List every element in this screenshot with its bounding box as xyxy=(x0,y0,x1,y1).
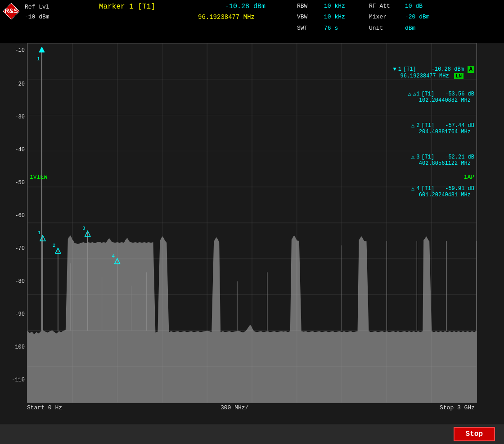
y-label-110: -110 xyxy=(12,377,25,383)
marker-delta1-tag: [T1] xyxy=(421,91,434,97)
marker-delta2-display: △ 2 [T1] -57.44 dB 204.40881764 MHz xyxy=(411,122,474,135)
x-start-label: Start 0 Hz xyxy=(27,404,62,411)
marker-delta3-value: -52.21 dB xyxy=(445,154,474,160)
marker-delta2-freq: 204.40881764 MHz xyxy=(419,129,471,135)
swt-label: SWT xyxy=(297,25,307,32)
y-label-100: -100 xyxy=(12,344,25,350)
ap-label: 1AP xyxy=(464,174,474,181)
vbw-label: VBW xyxy=(297,14,307,20)
y-label-30: -30 xyxy=(15,114,25,120)
unit-value: dBm xyxy=(405,25,415,32)
a-badge: A xyxy=(468,66,474,73)
status-bar: Stop xyxy=(0,424,504,444)
y-label-60: -60 xyxy=(15,213,25,219)
marker-main-triangle: ▼ xyxy=(393,66,396,72)
marker-main-freq: 96.19238477 MHz xyxy=(400,73,449,79)
svg-text:4: 4 xyxy=(112,254,115,259)
ln-badge: LN xyxy=(454,73,464,79)
mixer-label: Mixer xyxy=(369,14,387,20)
marker-delta4-freq: 601.20240481 MHz xyxy=(419,192,471,198)
marker-delta4-display: △ 4 [T1] -59.91 dB 601.20240481 MHz xyxy=(411,185,474,198)
x-center-label: 300 MHz/ xyxy=(220,404,248,411)
marker-main-display: ▼ 1 [T1] -10.28 dBm A 96.19238477 MHz LN xyxy=(393,66,474,79)
rf-att-value: 10 dB xyxy=(405,3,423,9)
marker-delta2-value: -57.44 dB xyxy=(445,122,474,129)
marker-delta1-value: -53.56 dB xyxy=(445,91,474,97)
rf-att-label: RF Att xyxy=(369,3,390,9)
rbw-label: RBW xyxy=(297,3,307,9)
svg-text:1: 1 xyxy=(37,56,40,62)
marker-delta4-tag: [T1] xyxy=(421,186,434,192)
delta3-triangle: △ xyxy=(411,154,414,160)
header: R&S Ref Lvl -10 dBm Marker 1 [T1] -10.28… xyxy=(0,0,504,43)
main-container: R&S Ref Lvl -10 dBm Marker 1 [T1] -10.28… xyxy=(0,0,504,444)
delta1-triangle: △ xyxy=(408,91,411,97)
stop-button[interactable]: Stop xyxy=(454,427,495,441)
svg-text:2: 2 xyxy=(53,243,56,248)
y-label-40: -40 xyxy=(15,147,25,153)
x-axis: Start 0 Hz 300 MHz/ Stop 3 GHz xyxy=(27,404,477,418)
delta4-triangle: △ xyxy=(411,185,414,192)
marker-main-id: 1 xyxy=(398,66,401,72)
marker-delta1-id: △1 xyxy=(413,91,419,97)
marker-value: -10.28 dBm xyxy=(225,3,266,10)
mixer-value: -20 dBm xyxy=(405,14,430,20)
chart-area: 1 1 2 3 4 ▼ 1 [T1] -10.28 dBm xyxy=(27,43,477,403)
unit-label: Unit xyxy=(369,25,383,32)
svg-text:3: 3 xyxy=(82,226,86,231)
y-label-10: -10 xyxy=(15,47,25,54)
rbw-value: 10 kHz xyxy=(324,3,345,9)
logo: R&S xyxy=(2,2,20,20)
view-label: 1VIEW xyxy=(30,174,47,181)
marker-delta3-freq: 402.80561122 MHz xyxy=(419,160,471,167)
marker-main-tag: [T1] xyxy=(403,66,416,72)
y-label-70: -70 xyxy=(15,245,25,252)
marker-delta2-tag: [T1] xyxy=(421,122,434,129)
delta2-triangle: △ xyxy=(411,122,414,129)
swt-value: 76 s xyxy=(324,25,338,32)
marker-title: Marker 1 [T1] xyxy=(99,3,155,11)
marker-delta4-value: -59.91 dB xyxy=(445,186,474,192)
marker-freq: 96.19238477 MHz xyxy=(198,14,255,21)
y-axis: -10 -20 -30 -40 -50 -60 -70 -80 -90 -100… xyxy=(0,43,27,403)
marker-delta3-tag: [T1] xyxy=(421,154,434,160)
x-stop-label: Stop 3 GHz xyxy=(440,404,475,411)
y-label-90: -90 xyxy=(15,311,25,317)
marker-delta1-display: △ △1 [T1] -53.56 dB 102.20440882 MHz xyxy=(408,91,474,104)
svg-text:1: 1 xyxy=(38,230,41,236)
ref-lvl-sub: -10 dBm xyxy=(25,14,50,20)
vbw-value: 10 kHz xyxy=(324,14,345,20)
y-label-50: -50 xyxy=(15,180,25,186)
ref-lvl-label: Ref Lvl xyxy=(25,4,50,10)
marker-main-value: -10.28 dBm xyxy=(432,66,464,72)
marker-delta3-display: △ 3 [T1] -52.21 dB 402.80561122 MHz xyxy=(411,154,474,167)
svg-text:R&S: R&S xyxy=(4,7,18,14)
y-label-80: -80 xyxy=(15,278,25,285)
marker-delta1-freq: 102.20440882 MHz xyxy=(419,97,471,104)
y-label-20: -20 xyxy=(15,81,25,87)
